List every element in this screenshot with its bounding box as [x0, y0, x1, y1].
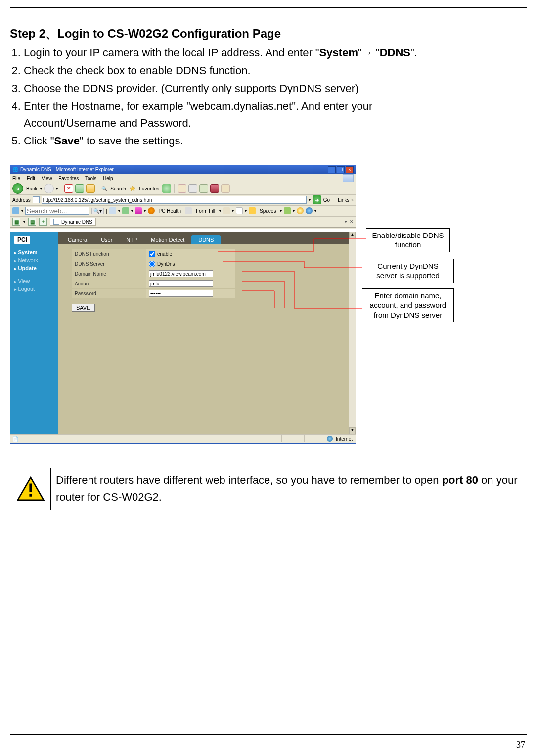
- envelope-icon[interactable]: [236, 207, 243, 214]
- page-icon: [33, 196, 40, 203]
- menu-edit[interactable]: Edit: [27, 176, 35, 181]
- ddns-server-radio[interactable]: [149, 261, 155, 267]
- menubar: File Edit View Favorites Tools Help: [10, 174, 356, 183]
- history-button[interactable]: [162, 184, 171, 193]
- formfill-label[interactable]: Form Fill: [194, 208, 217, 214]
- ie-icon: 🌐: [12, 167, 18, 172]
- forward-button[interactable]: [44, 184, 54, 193]
- msn-search-input[interactable]: [25, 207, 90, 215]
- plus-icon[interactable]: [122, 207, 129, 214]
- window-title: Dynamic DNS - Microsoft Internet Explore…: [20, 167, 114, 172]
- edit-button[interactable]: [199, 184, 208, 193]
- step4-text-b: Account/Username and Password.: [24, 115, 527, 132]
- maximize-button[interactable]: ❐: [337, 166, 345, 173]
- steps-list: Login to your IP camera with the local I…: [10, 45, 527, 150]
- butterfly-icon[interactable]: [135, 207, 142, 214]
- go-button[interactable]: ➔: [313, 195, 321, 204]
- menu-favorites[interactable]: Favorites: [58, 176, 79, 181]
- warning-note: Different routers have different web int…: [10, 468, 527, 510]
- heading-rest: Login to CS-W02G2 Configuration Page: [57, 27, 281, 40]
- tab-list-button[interactable]: ▦: [12, 218, 20, 226]
- menu-file[interactable]: File: [12, 176, 20, 181]
- svg-rect-3: [29, 494, 32, 497]
- spaces-icon: [249, 207, 256, 214]
- top-rule: [10, 7, 527, 8]
- tab-menu-button[interactable]: ▾ ✕: [345, 219, 354, 224]
- tab-camera[interactable]: Camera: [61, 235, 94, 244]
- notes-icon[interactable]: [223, 207, 230, 214]
- window-buttons: – ❐ ×: [328, 166, 354, 173]
- camera-main: Camera User NTP Motion Detect DDNS DDNS …: [58, 232, 356, 434]
- menu-view[interactable]: View: [42, 176, 52, 181]
- url-input[interactable]: [42, 196, 307, 204]
- save-button[interactable]: SAVE: [72, 304, 95, 312]
- messenger-icon[interactable]: [210, 184, 219, 193]
- menu-tools[interactable]: Tools: [85, 176, 96, 181]
- callout-server: Currently DynDNS server is supported: [362, 259, 454, 283]
- bottom-rule: [10, 734, 527, 735]
- tab-motion[interactable]: Motion Detect: [144, 235, 191, 244]
- search-label[interactable]: Search: [110, 186, 126, 191]
- step5-text-a: Click ": [24, 135, 54, 147]
- address-label: Address: [12, 197, 31, 203]
- step4-text-a: Enter the Hostname, for example "webcam.…: [24, 100, 372, 112]
- domain-name-input[interactable]: [149, 270, 213, 277]
- step-5: Click "Save" to save the settings.: [24, 133, 527, 149]
- back-button[interactable]: ◄: [12, 183, 23, 194]
- stop-button[interactable]: ✕: [64, 184, 73, 193]
- ddns-function-label: DDNS Function: [72, 249, 146, 259]
- ddns-enable-checkbox[interactable]: [149, 251, 155, 257]
- favorites-label[interactable]: Favorites: [139, 186, 159, 191]
- browser-tab[interactable]: Dynamic DNS: [50, 218, 96, 226]
- sidebar-item-update[interactable]: Update: [14, 265, 54, 271]
- step1-text-c: "→ ": [358, 47, 380, 59]
- sidebar-item-view[interactable]: View: [14, 278, 54, 284]
- page-number: 37: [516, 740, 525, 750]
- minimize-button[interactable]: –: [328, 166, 336, 173]
- svg-rect-2: [29, 484, 32, 493]
- people-icon[interactable]: [284, 207, 291, 214]
- pchealth-label[interactable]: PC Health: [157, 208, 183, 214]
- favorites-icon: [129, 185, 136, 192]
- close-button[interactable]: ×: [346, 166, 354, 173]
- tab-ddns[interactable]: DDNS: [191, 235, 221, 244]
- domain-name-label: Domain Name: [72, 269, 146, 279]
- step1-ddns: DDNS: [380, 47, 410, 59]
- step-2: Check the check box to enable DDNS funct…: [24, 62, 527, 79]
- msn-search-button[interactable]: 🔍▾: [91, 208, 104, 214]
- status-bar: 📄 Internet: [10, 434, 356, 443]
- account-label: Acount: [72, 279, 146, 288]
- popup-icon[interactable]: [109, 207, 116, 214]
- help-icon[interactable]: [306, 207, 313, 214]
- scrollbar[interactable]: ▲ ▼: [349, 232, 356, 434]
- step1-system: System: [319, 47, 358, 59]
- menu-help[interactable]: Help: [103, 176, 113, 181]
- sidebar-item-network[interactable]: Network: [14, 257, 54, 263]
- account-input[interactable]: [149, 280, 213, 287]
- refresh-button[interactable]: [75, 184, 84, 193]
- tab-user[interactable]: User: [94, 235, 119, 244]
- links-label[interactable]: Links: [338, 197, 349, 203]
- sun-icon[interactable]: [297, 207, 304, 214]
- tab-ntp[interactable]: NTP: [119, 235, 144, 244]
- warning-icon-cell: [10, 468, 51, 510]
- shield-icon: [148, 207, 155, 214]
- spaces-label[interactable]: Spaces: [258, 208, 278, 214]
- ddns-server-text: DynDns: [157, 261, 175, 267]
- new-tab-button[interactable]: ＋: [39, 218, 47, 226]
- sidebar-item-logout[interactable]: Logout: [14, 286, 54, 292]
- status-page-icon: 📄: [12, 436, 18, 442]
- warning-text: Different routers have different web int…: [51, 468, 527, 510]
- back-label: Back: [26, 186, 37, 191]
- home-button[interactable]: [86, 184, 95, 193]
- heading-prefix: Step 2: [10, 27, 45, 40]
- sidebar-item-system[interactable]: System: [14, 249, 54, 255]
- print-button[interactable]: [188, 184, 197, 193]
- step-heading: Step 2、Login to CS-W02G2 Configuration P…: [10, 26, 527, 42]
- tab-title: Dynamic DNS: [61, 219, 92, 225]
- tab-manager-button[interactable]: ▤: [28, 218, 36, 226]
- search-icon: 🔍: [101, 186, 107, 191]
- misc-button[interactable]: [221, 184, 230, 193]
- password-input[interactable]: [149, 290, 213, 297]
- mail-button[interactable]: [178, 184, 186, 193]
